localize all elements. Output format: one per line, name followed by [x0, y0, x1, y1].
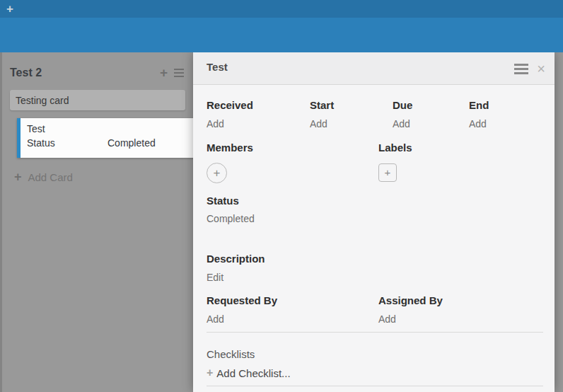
labels-label: Labels [378, 142, 547, 154]
add-checklist-button[interactable]: + Add Checklist... [207, 367, 547, 379]
due-date-field: Due Add [393, 99, 469, 130]
card-detail-panel: Test × Received Add Start Add Due Add [193, 52, 555, 392]
labels-section: Labels + [378, 142, 547, 183]
dates-row: Received Add Start Add Due Add End Add [207, 99, 547, 130]
list-title: Test 2 [10, 67, 42, 79]
requested-by-section: Requested By Add [207, 294, 378, 325]
list-add-card-icon[interactable]: + [160, 65, 168, 81]
assigned-by-section: Assigned By Add [378, 294, 547, 325]
add-member-button[interactable]: + [207, 163, 227, 183]
due-label: Due [393, 99, 469, 111]
card-title: Test [207, 61, 228, 73]
description-section: Description Edit [207, 253, 547, 284]
list-header: Test 2 + [10, 65, 186, 81]
members-label: Members [207, 142, 378, 154]
card-menu-icon[interactable] [514, 64, 528, 74]
status-section: Status Completed [207, 195, 547, 224]
list-column: Test 2 + Test Status Completed + Add Car… [2, 52, 193, 392]
add-card-label: Add Card [28, 171, 73, 183]
checklists-section: Checklists + Add Checklist... [207, 348, 547, 379]
add-checklist-label: Add Checklist... [216, 367, 290, 379]
add-card-button[interactable]: + Add Card [14, 170, 73, 185]
new-card-input[interactable] [10, 90, 185, 110]
received-label: Received [207, 99, 310, 111]
minicard-field-value: Completed [108, 137, 156, 149]
requested-assigned-row: Requested By Add Assigned By Add [207, 294, 547, 325]
assigned-by-add-link[interactable]: Add [378, 313, 396, 325]
divider [207, 386, 543, 386]
requested-by-add-link[interactable]: Add [207, 313, 224, 325]
due-add-link[interactable]: Add [393, 118, 410, 129]
end-date-field: End Add [469, 99, 547, 130]
add-card-plus-icon: + [14, 170, 22, 185]
received-date-field: Received Add [207, 99, 310, 130]
end-label: End [469, 99, 547, 111]
received-add-link[interactable]: Add [207, 118, 224, 129]
assigned-by-label: Assigned By [378, 294, 547, 306]
end-add-link[interactable]: Add [469, 118, 487, 129]
requested-by-label: Requested By [207, 294, 378, 306]
add-checklist-plus-icon: + [207, 367, 213, 379]
start-label: Start [310, 99, 393, 111]
description-label: Description [207, 253, 547, 265]
start-add-link[interactable]: Add [310, 118, 327, 129]
board-canvas: Test 2 + Test Status Completed + Add Car… [0, 52, 563, 392]
description-edit-link[interactable]: Edit [207, 272, 224, 283]
members-section: Members + [207, 142, 378, 183]
status-value[interactable]: Completed [207, 213, 547, 224]
minicard-custom-field: Status Completed [27, 137, 195, 149]
close-icon[interactable]: × [537, 62, 545, 76]
board-header-band [0, 18, 563, 52]
minicard[interactable]: Test Status Completed [17, 118, 199, 158]
divider [207, 332, 543, 333]
start-date-field: Start Add [310, 99, 393, 130]
minicard-title: Test [27, 123, 45, 134]
top-app-bar: + [0, 0, 563, 18]
list-menu-icon[interactable] [174, 69, 184, 77]
add-label-button[interactable]: + [378, 163, 397, 182]
add-board-icon[interactable]: + [6, 1, 13, 18]
status-label: Status [207, 195, 547, 207]
checklists-label: Checklists [207, 348, 547, 360]
members-labels-row: Members + Labels + [207, 142, 547, 183]
minicard-field-label: Status [27, 137, 108, 149]
card-detail-header: Test × [193, 52, 555, 85]
